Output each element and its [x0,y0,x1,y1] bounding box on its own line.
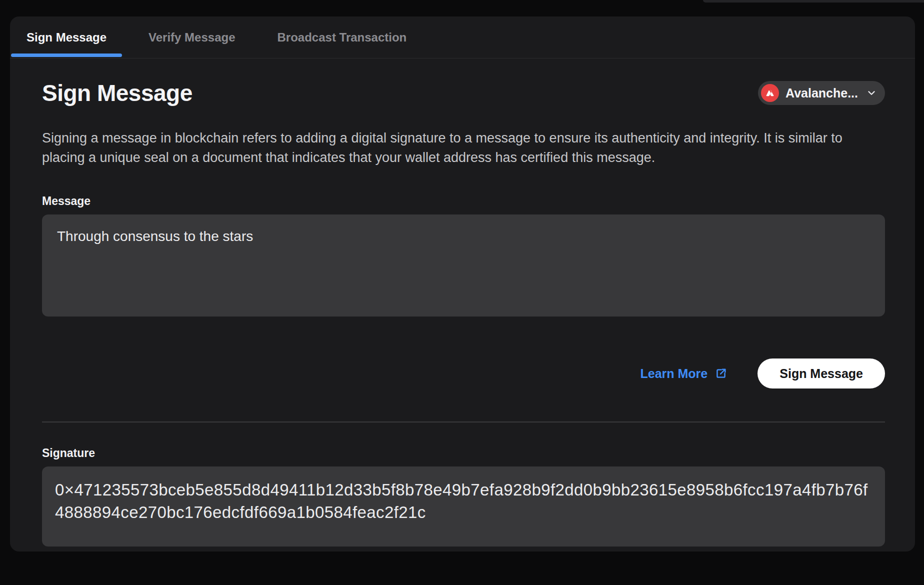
network-name: Avalanche... [786,86,858,100]
message-input[interactable]: Through consensus to the stars [42,214,885,316]
tab-label: Sign Message [26,30,106,44]
tab-label: Broadcast Transaction [278,30,407,44]
description-text: Signing a message in blockchain refers t… [42,128,885,168]
network-selector[interactable]: Avalanche... [758,81,885,105]
message-label: Message [42,194,885,208]
tab-verify-message[interactable]: Verify Message [133,16,250,58]
sign-message-card: Sign Message Verify Message Broadcast Tr… [10,16,915,552]
external-link-icon [714,367,728,380]
tab-broadcast-transaction[interactable]: Broadcast Transaction [262,16,422,58]
avalanche-logo-icon [761,84,779,102]
signature-output[interactable]: 0×471235573bceb5e855d8d49411b12d33b5f8b7… [42,466,885,546]
sign-message-button[interactable]: Sign Message [758,358,885,388]
signature-label: Signature [42,446,885,460]
page-title: Sign Message [42,80,192,106]
active-tab-underline [11,54,122,57]
background-window-edge [703,0,924,2]
tab-sign-message[interactable]: Sign Message [11,16,122,58]
tab-label: Verify Message [148,30,235,44]
chevron-down-icon [866,88,877,98]
learn-more-label: Learn More [640,366,708,381]
tabbar: Sign Message Verify Message Broadcast Tr… [10,16,915,58]
divider [42,422,885,422]
learn-more-link[interactable]: Learn More [640,366,728,381]
